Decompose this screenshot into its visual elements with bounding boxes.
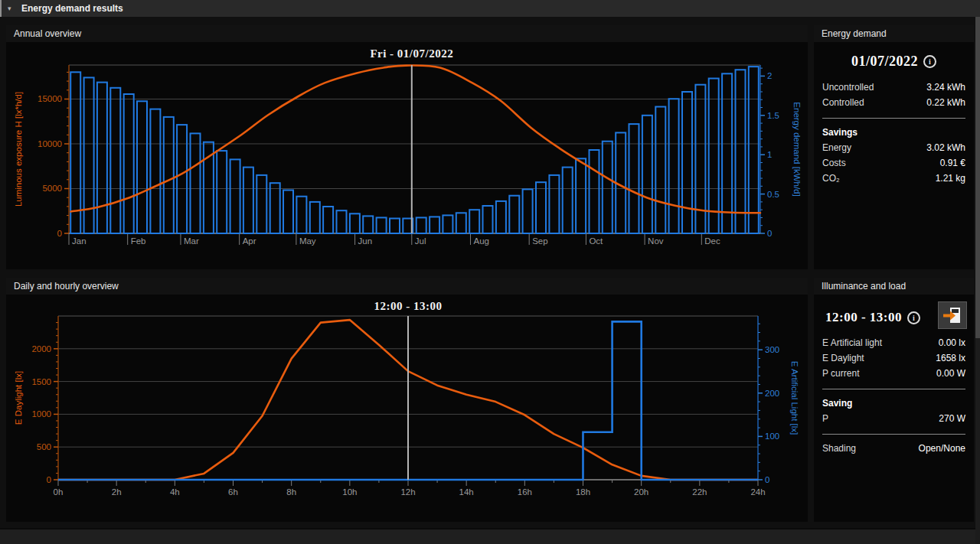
right-axis-tick-label: 2: [767, 71, 772, 80]
energy-demand-bar[interactable]: [191, 133, 201, 233]
daily-chart-canvas[interactable]: 05001000150020000100200300E Daylight [lx…: [6, 296, 808, 520]
left-axis-tick-label: 1500: [31, 377, 51, 386]
energy-label: Uncontrolled: [822, 80, 874, 95]
savings-label: Energy: [822, 140, 851, 155]
energy-demand-bar[interactable]: [296, 197, 306, 233]
energy-demand-bar[interactable]: [603, 142, 612, 233]
illuminance-value: 0.00 lx: [939, 335, 965, 350]
hour-tick-label: 18h: [576, 487, 590, 497]
illuminance-load-panel-title: Illuminance and load: [814, 278, 974, 295]
energy-demand-bar[interactable]: [496, 201, 506, 233]
energy-demand-bar[interactable]: [736, 70, 746, 233]
energy-demand-bar[interactable]: [390, 219, 400, 234]
savings-header: Savings: [822, 125, 965, 140]
savings-value: 1.21 kg: [936, 171, 965, 186]
collapsed-section-bar[interactable]: [0, 528, 980, 544]
energy-demand-bar[interactable]: [137, 101, 147, 233]
annual-overview-panel-title: Annual overview: [6, 25, 808, 42]
energy-demand-bar[interactable]: [110, 88, 120, 233]
energy-demand-bar[interactable]: [456, 213, 466, 233]
info-icon[interactable]: i: [923, 55, 936, 68]
shading-row: Shading Open/None: [822, 441, 965, 456]
left-axis-tick-label: 500: [37, 442, 51, 451]
month-tick-label: Dec: [704, 236, 720, 246]
saving-row: P270 W: [822, 411, 965, 426]
energy-demand-bar[interactable]: [682, 92, 692, 233]
energy-demand-bar[interactable]: [164, 117, 174, 233]
energy-demand-bar[interactable]: [749, 67, 759, 233]
energy-demand-bar[interactable]: [350, 213, 360, 233]
energy-demand-bar[interactable]: [443, 215, 452, 233]
hour-tick-label: 20h: [634, 487, 648, 497]
left-axis-tick-label: 15000: [38, 94, 62, 103]
month-tick-label: Nov: [648, 236, 664, 246]
energy-demand-bar[interactable]: [323, 207, 333, 233]
energy-demand-bar[interactable]: [363, 216, 373, 233]
energy-demand-bar[interactable]: [655, 107, 665, 234]
energy-demand-bar[interactable]: [669, 99, 679, 233]
energy-demand-bar[interactable]: [337, 210, 347, 233]
energy-demand-bar[interactable]: [563, 168, 573, 233]
energy-demand-bar[interactable]: [549, 175, 559, 233]
annual-chart-canvas[interactable]: 05000100001500000.511.52Luminous exposur…: [6, 44, 808, 268]
month-tick-label: Feb: [131, 236, 146, 246]
energy-demand-bar[interactable]: [722, 73, 732, 233]
energy-demand-bar[interactable]: [642, 116, 652, 233]
energy-demand-bar[interactable]: [217, 151, 227, 233]
month-tick-label: Jan: [72, 236, 87, 246]
info-icon[interactable]: i: [907, 311, 920, 324]
energy-demand-bar[interactable]: [70, 72, 80, 233]
energy-demand-bar[interactable]: [243, 168, 253, 233]
energy-demand-bar[interactable]: [124, 94, 134, 233]
energy-label: Controlled: [822, 95, 864, 110]
hour-tick-label: 14h: [459, 487, 474, 497]
illuminance-label: E Artificial light: [822, 335, 882, 350]
energy-demand-bar[interactable]: [523, 189, 533, 233]
hour-tick-label: 2h: [112, 487, 122, 497]
right-axis-tick-label: 300: [765, 345, 779, 354]
section-header-energy-demand-results[interactable]: ▾ Energy demand results: [0, 0, 980, 17]
door-arrow-icon: [942, 305, 962, 325]
scrollbar-thumb[interactable]: [975, 17, 980, 338]
energy-demand-bar[interactable]: [416, 217, 426, 233]
right-axis-label: E Artificial Light [lx]: [790, 361, 799, 435]
energy-demand-bar[interactable]: [256, 175, 266, 233]
energy-demand-bar[interactable]: [310, 202, 320, 233]
left-axis-tick-label: 5000: [42, 184, 62, 193]
energy-demand-bar[interactable]: [469, 210, 479, 233]
energy-demand-bar[interactable]: [177, 125, 187, 233]
energy-demand-bar[interactable]: [709, 79, 719, 234]
collapse-icon[interactable]: ▾: [8, 0, 11, 17]
hour-tick-label: 8h: [286, 487, 296, 497]
energy-demand-bar[interactable]: [509, 196, 519, 233]
energy-demand-bar[interactable]: [629, 124, 639, 233]
energy-demand-bar[interactable]: [483, 206, 493, 233]
left-axis-tick-label: 2000: [31, 344, 51, 353]
vertical-scrollbar[interactable]: [975, 17, 980, 544]
energy-demand-bar[interactable]: [430, 217, 439, 233]
shading-label: Shading: [822, 441, 856, 456]
energy-demand-bar[interactable]: [590, 150, 599, 233]
right-axis-tick-label: 1.5: [767, 111, 779, 120]
energy-demand-bar[interactable]: [270, 183, 280, 233]
energy-demand-bar[interactable]: [576, 158, 586, 233]
right-axis-tick-label: 0: [767, 229, 772, 238]
energy-demand-bar[interactable]: [283, 191, 293, 234]
export-button[interactable]: [938, 301, 967, 329]
month-tick-label: Oct: [589, 236, 603, 246]
energy-demand-content: 01/07/2022i Uncontrolled3.24 kWhControll…: [814, 54, 974, 186]
illuminance-load-panel: Illuminance and load 12:00 - 13:00i E Ar…: [814, 278, 974, 522]
month-tick-label: Jun: [358, 236, 373, 246]
saving-rows: P270 W: [822, 411, 965, 426]
month-tick-label: May: [299, 236, 316, 246]
energy-demand-bar[interactable]: [536, 182, 546, 233]
energy-demand-bar[interactable]: [97, 83, 107, 233]
energy-demand-bar[interactable]: [377, 217, 387, 233]
saving-header: Saving: [822, 396, 965, 411]
section-title: Energy demand results: [21, 0, 123, 17]
savings-row: Energy3.02 kWh: [822, 140, 965, 155]
illuminance-value: 1658 lx: [936, 350, 965, 366]
energy-demand-bar[interactable]: [230, 159, 240, 233]
energy-demand-bar[interactable]: [150, 109, 160, 233]
selected-time: 12:00 - 13:00: [825, 310, 902, 324]
